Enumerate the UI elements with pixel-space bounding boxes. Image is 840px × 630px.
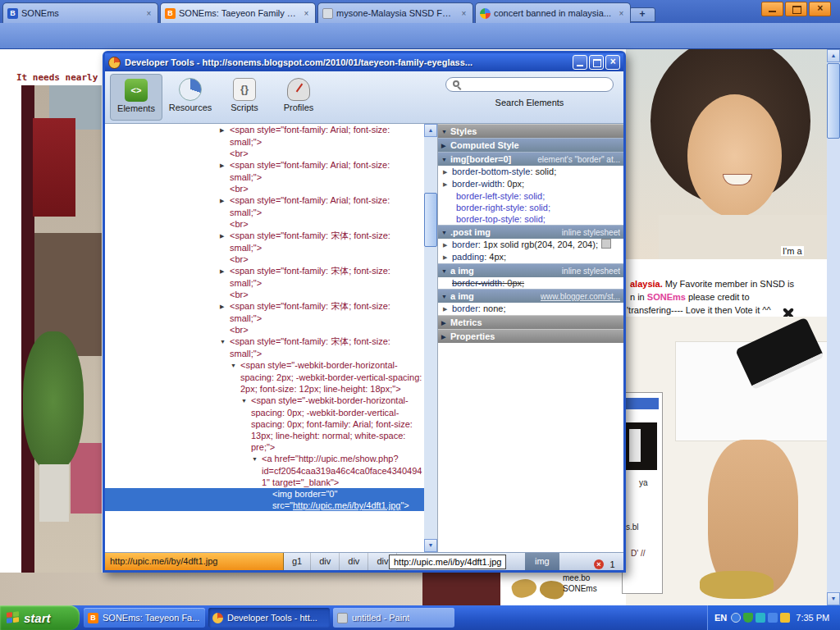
tree-node[interactable]: ▶<span style="font-family: Arial; font-s… [105,159,424,183]
tree-node[interactable]: <br> [105,218,424,230]
breadcrumb-selected[interactable]: img [525,553,559,570]
chevron-down-icon[interactable]: ▼ [220,336,230,348]
security-shield-icon[interactable] [743,613,753,623]
error-badge[interactable]: × 1 [594,556,615,568]
tree-scroll-down-icon[interactable]: ▼ [424,539,437,552]
style-property[interactable]: border-right-style: solid; [438,202,623,213]
tree-node[interactable]: ▼<a href="http://upic.me/show.php?id=cf2… [105,453,424,488]
scroll-up-icon[interactable]: ▲ [827,49,840,62]
tree-node[interactable]: ▼<span style="-webkit-border-horizontal-… [105,359,424,395]
scroll-down-icon[interactable]: ▼ [827,592,840,605]
new-tab-button[interactable]: + [629,7,655,22]
tree-node[interactable]: ▶<span style="font-family: Arial; font-s… [105,124,424,148]
chevron-right-icon[interactable]: ▶ [443,240,452,251]
chevron-down-icon[interactable]: ▼ [441,226,450,240]
chevron-down-icon[interactable]: ▼ [241,395,251,407]
tool-elements-button[interactable]: <>Elements [110,74,162,121]
style-property[interactable]: ▶border-bottom-style: solid; [438,166,623,178]
chevron-down-icon[interactable]: ▼ [441,290,450,304]
browser-tab[interactable]: mysone-Malaysia SNSD For...× [317,2,473,23]
tree-node[interactable]: ▼<span style="-webkit-border-horizontal-… [105,395,424,453]
style-property[interactable]: ▶padding: 4px; [438,251,623,263]
tree-node[interactable]: ▶<span style="font-family: 宋体; font-size… [105,230,424,253]
tool-profiles-button[interactable]: Profiles [272,74,325,121]
chevron-right-icon[interactable]: ▶ [220,231,230,242]
styles-section-a-img[interactable]: ▼a imgwww.blogger.com/st... [438,289,623,303]
styles-section-styles[interactable]: ▼Styles [438,124,623,138]
taskbar-button[interactable]: BSONEms: Taeyeon Fa... [84,608,205,628]
browser-tab[interactable]: BSONEms: Taeyeon Family E...× [160,2,316,23]
style-property[interactable]: ▶border-width: 0px; [438,178,623,190]
tab-close-icon[interactable]: × [459,9,468,18]
window-restore-button[interactable] [785,2,807,16]
language-icon[interactable] [731,613,741,623]
chevron-right-icon[interactable]: ▶ [441,316,450,330]
tree-node[interactable]: ▶<span style="font-family: 宋体; font-size… [105,300,424,324]
style-property[interactable]: border-width: 0px; [438,277,623,289]
devtools-maximize-button[interactable] [589,55,604,70]
chevron-down-icon[interactable]: ▼ [231,360,240,372]
tree-node[interactable]: <br> [105,148,424,159]
tree-node[interactable]: ▼<span style="font-family: 宋体; font-size… [105,336,424,359]
style-property[interactable]: border-top-style: solid; [438,213,623,225]
breadcrumb-item[interactable]: g1 [284,553,311,570]
tab-close-icon[interactable]: × [144,9,153,18]
tree-node[interactable]: <br> [105,324,424,336]
tab-close-icon[interactable]: × [617,9,626,18]
breadcrumb-item[interactable]: div [311,553,340,570]
tree-scrollbar[interactable]: ▲ ▼ [424,124,437,552]
chevron-right-icon[interactable]: ▶ [441,330,450,344]
style-property[interactable]: ▶border: none; [438,303,623,315]
chevron-down-icon[interactable]: ▼ [252,454,262,465]
window-minimize-button[interactable] [761,2,783,16]
styles-section-computed-style[interactable]: ▶Computed Style [438,138,623,152]
devtools-minimize-button[interactable] [573,55,587,70]
tree-node[interactable]: <br> [105,289,424,300]
tree-node-selected[interactable]: <img border="0" src="http://upic.me/i/by… [105,488,424,511]
tree-scrollbar-thumb[interactable] [424,193,437,247]
chevron-right-icon[interactable]: ▶ [443,304,452,315]
tool-resources-button[interactable]: Resources [164,74,217,121]
style-property[interactable]: ▶border: 1px solid rgb(204, 204, 204); [438,239,623,251]
taskbar-button[interactable]: untitled - Paint [333,608,454,628]
image-src-link[interactable]: http://upic.me/i/by/4dft1.jpg [293,500,400,510]
devtools-close-button[interactable]: × [605,55,620,70]
chevron-right-icon[interactable]: ▶ [220,301,230,313]
chevron-right-icon[interactable]: ▶ [220,195,230,207]
tree-node[interactable]: ▶<span style="font-family: Arial; font-s… [105,194,424,218]
tree-node[interactable]: <br> [105,183,424,194]
styles-section-metrics[interactable]: ▶Metrics [438,315,623,329]
chevron-down-icon[interactable]: ▼ [441,264,450,278]
browser-tab[interactable]: concert banned in malaysia...× [475,2,631,23]
chevron-right-icon[interactable]: ▶ [220,160,230,171]
styles-section-img-border-0-[interactable]: ▼img[border=0]element's "border" at... [438,152,623,166]
messenger-icon[interactable] [780,613,790,623]
start-button[interactable]: start [0,605,80,630]
chevron-right-icon[interactable]: ▶ [441,139,450,153]
styles-section-a-img[interactable]: ▼a imginline stylesheet [438,263,623,277]
page-scrollbar[interactable]: ▲ ▼ [827,49,840,605]
tab-close-icon[interactable]: × [302,9,311,18]
language-indicator[interactable]: EN [714,613,727,623]
tool-scripts-button[interactable]: {}Scripts [218,74,271,121]
chevron-down-icon[interactable]: ▼ [441,125,450,139]
browser-tab[interactable]: BSONEms× [2,2,158,23]
network-icon[interactable] [756,613,765,623]
tree-scroll-up-icon[interactable]: ▲ [424,124,437,137]
styles-section-properties[interactable]: ▶Properties [438,329,623,343]
chevron-right-icon[interactable]: ▶ [443,252,452,263]
breadcrumb-item[interactable]: div [340,553,368,570]
taskbar-button[interactable]: Developer Tools - htt... [208,608,330,628]
stylesheet-link[interactable]: www.blogger.com/st... [541,290,620,304]
volume-icon[interactable] [768,613,778,623]
style-property[interactable]: border-left-style: solid; [438,190,623,202]
styles-section--post-img[interactable]: ▼.post imginline stylesheet [438,225,623,239]
search-input[interactable] [445,77,614,92]
chevron-right-icon[interactable]: ▶ [220,125,230,136]
chevron-right-icon[interactable]: ▶ [443,179,452,190]
scrollbar-thumb[interactable] [827,63,840,139]
tree-node[interactable]: ▶<span style="font-family: 宋体; font-size… [105,265,424,289]
tree-node[interactable]: <br> [105,253,424,265]
chevron-down-icon[interactable]: ▼ [441,153,450,167]
window-close-button[interactable]: × [809,2,831,16]
